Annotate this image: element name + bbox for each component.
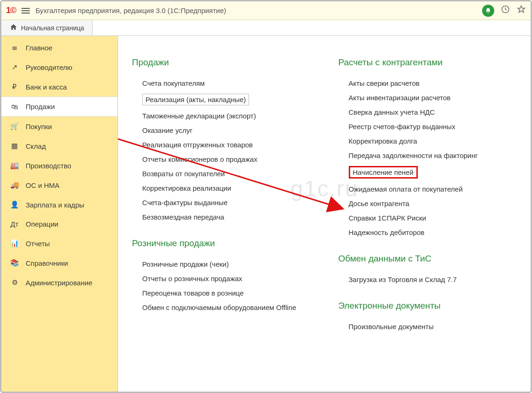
sidebar-item-1[interactable]: ↗Руководителю [1,57,117,77]
menu-link[interactable]: Розничные продажи (чеки) [132,257,311,271]
sidebar-icon: ₽ [10,83,19,91]
sidebar-item-label: Справочники [26,259,68,267]
sidebar-item-6[interactable]: 🏭Производство [1,156,117,175]
sidebar-item-label: Главное [26,44,52,52]
sidebar-icon: ⚙ [10,278,19,287]
link-list: Загрузка из Торговля и Склад 7.7 [339,272,517,287]
menu-burger-icon[interactable] [21,8,30,14]
topbar-right [482,5,526,17]
main-area: ≣Главное↗Руководителю₽Банк и касса🛍Прода… [1,36,531,392]
menu-link[interactable]: Справки 1СПАРК Риски [339,211,517,225]
sidebar-item-0[interactable]: ≣Главное [1,38,117,57]
link-list: Акты сверки расчетовАкты инвентаризации … [339,76,517,240]
sidebar-item-9[interactable]: ДтОперации [1,214,117,234]
menu-link[interactable]: Акты сверки расчетов [339,76,517,90]
menu-link[interactable]: Надежность дебиторов [339,225,517,240]
menu-link[interactable]: Реестр счетов-фактур выданных [339,119,517,134]
menu-link[interactable]: Отчеты о розничных продажах [132,271,311,286]
section-title: Продажи [132,57,311,68]
sidebar-item-7[interactable]: 🚚ОС и НМА [1,175,117,195]
sidebar-item-label: Продажи [26,103,55,110]
sidebar-icon: ≣ [10,43,19,52]
sidebar-item-10[interactable]: 📊Отчеты [1,234,117,253]
sidebar-item-label: Зарплата и кадры [26,201,84,209]
sidebar-item-label: Покупки [26,123,52,131]
menu-link[interactable]: Досье контрагента [339,196,517,211]
sidebar-item-label: Склад [26,142,46,150]
sidebar-item-label: Отчеты [26,240,50,248]
sidebar-item-label: ОС и НМА [26,181,60,189]
content-column-2: Расчеты с контрагентамиАкты сверки расче… [339,55,517,382]
sidebar-icon: 📊 [10,239,19,248]
sidebar: ≣Главное↗Руководителю₽Банк и касса🛍Прода… [1,36,118,392]
sidebar-item-8[interactable]: 👤Зарплата и кадры [1,195,117,214]
sidebar-icon: 🛒 [10,122,19,131]
menu-link[interactable]: Акты инвентаризации расчетов [339,90,517,105]
sidebar-icon: 👤 [10,200,19,209]
content: ПродажиСчета покупателямРеализация (акты… [118,36,531,392]
sidebar-icon: ▦ [10,142,19,150]
sidebar-icon: Дт [10,220,19,228]
menu-link[interactable]: Безвозмездная передача [132,210,311,224]
sidebar-item-label: Операции [26,220,58,228]
menu-link[interactable]: Начисление пеней [339,163,517,182]
sidebar-item-5[interactable]: ▦Склад [1,136,117,156]
menu-link[interactable]: Загрузка из Торговля и Склад 7.7 [339,272,517,287]
sidebar-item-label: Администрирование [26,279,92,287]
sidebar-item-2[interactable]: ₽Банк и касса [1,77,117,97]
menu-link[interactable]: Счета-фактуры выданные [132,195,311,210]
menu-link[interactable]: Ожидаемая оплата от покупателей [339,182,517,196]
content-column-1: ПродажиСчета покупателямРеализация (акты… [132,55,311,382]
menu-link[interactable]: Реализация (акты, накладные) [132,90,311,109]
link-list: Произвольные документы [339,319,517,334]
app-title: Бухгалтерия предприятия, редакция 3.0 (1… [35,7,226,14]
sidebar-item-label: Производство [26,162,71,170]
menu-link[interactable]: Реализация отгруженных товаров [132,138,311,152]
menu-link[interactable]: Передача задолженности на факторинг [339,148,517,163]
menu-link[interactable]: Оказание услуг [132,123,311,138]
sidebar-item-11[interactable]: 📚Справочники [1,253,117,273]
section-title: Расчеты с контрагентами [339,57,517,68]
link-list: Счета покупателямРеализация (акты, накла… [132,76,311,224]
section-title: Электронные документы [339,301,517,311]
history-icon[interactable] [501,5,510,16]
menu-link[interactable]: Сверка данных учета НДС [339,105,517,119]
menu-link[interactable]: Переоценка товаров в рознице [132,286,311,300]
sidebar-item-label: Руководителю [26,63,72,71]
link-list: Розничные продажи (чеки)Отчеты о розничн… [132,257,311,315]
menu-link-highlight: Начисление пеней [349,166,418,179]
topbar: 1© Бухгалтерия предприятия, редакция 3.0… [1,1,531,20]
sidebar-icon: 🛍 [10,103,19,110]
home-icon [10,23,17,32]
menu-link[interactable]: Корректировка долга [339,134,517,148]
section-title: Розничные продажи [132,238,311,248]
sidebar-item-label: Банк и касса [26,83,67,91]
notifications-button[interactable] [482,5,494,17]
sidebar-item-3[interactable]: 🛍Продажи [1,97,117,117]
menu-link[interactable]: Корректировка реализации [132,181,311,195]
home-tab[interactable]: Начальная страница [1,20,93,35]
app-logo: 1© [6,6,16,15]
menu-link[interactable]: Отчеты комиссионеров о продажах [132,152,311,166]
menu-link[interactable]: Возвраты от покупателей [132,166,311,181]
sidebar-icon: 🏭 [10,161,19,170]
menu-link[interactable]: Счета покупателям [132,76,311,90]
star-icon[interactable] [517,5,526,16]
menu-link[interactable]: Произвольные документы [339,319,517,334]
sidebar-item-12[interactable]: ⚙Администрирование [1,273,117,292]
sidebar-icon: ↗ [10,63,19,71]
menu-link-text: Реализация (акты, накладные) [142,94,249,105]
sidebar-item-4[interactable]: 🛒Покупки [1,117,117,136]
menu-link[interactable]: Таможенные декларации (экспорт) [132,109,311,123]
home-tab-label: Начальная страница [21,24,84,32]
tab-bar: Начальная страница [1,20,531,36]
sidebar-icon: 📚 [10,259,19,267]
menu-link[interactable]: Обмен с подключаемым оборудованием Offli… [132,300,311,315]
sidebar-icon: 🚚 [10,181,19,189]
section-title: Обмен данными с ТиС [339,254,517,264]
